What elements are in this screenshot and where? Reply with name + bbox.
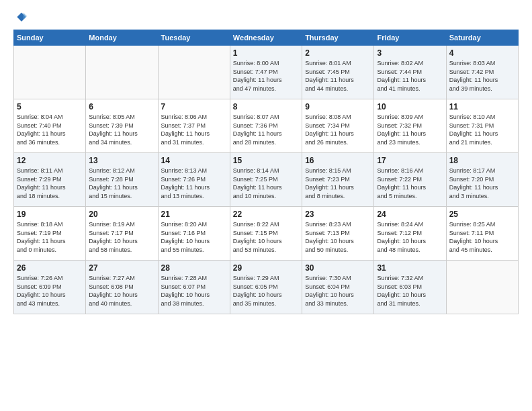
cell-line: Daylight: 10 hours <box>17 291 83 300</box>
day-number: 28 <box>161 263 227 273</box>
cell-line: and 45 minutes. <box>449 246 515 255</box>
day-number: 21 <box>161 210 227 219</box>
cell-line: and 58 minutes. <box>89 246 154 255</box>
cell-line: Sunrise: 8:13 AM <box>161 167 227 175</box>
calendar-cell: 31Sunrise: 7:32 AMSunset: 6:03 PMDayligh… <box>374 261 446 314</box>
calendar-cell: 15Sunrise: 8:14 AMSunset: 7:25 PMDayligh… <box>230 153 302 207</box>
cell-line: Daylight: 10 hours <box>449 237 515 246</box>
day-number: 6 <box>89 102 154 111</box>
cell-line: Sunset: 7:22 PM <box>377 175 443 184</box>
day-number: 1 <box>233 48 299 58</box>
header-day-saturday: Saturday <box>446 30 518 46</box>
day-number: 30 <box>305 263 371 273</box>
cell-line: Sunrise: 8:05 AM <box>89 113 154 122</box>
cell-line: Sunset: 7:17 PM <box>89 229 154 238</box>
calendar-cell: 4Sunrise: 8:03 AMSunset: 7:42 PMDaylight… <box>446 46 518 99</box>
calendar-cell: 26Sunrise: 7:26 AMSunset: 6:09 PMDayligh… <box>14 261 86 314</box>
cell-line: Daylight: 11 hours <box>305 130 371 138</box>
cell-line: Daylight: 11 hours <box>233 183 299 192</box>
page-container: SundayMondayTuesdayWednesdayThursdayFrid… <box>0 0 532 321</box>
cell-line: Daylight: 11 hours <box>17 237 83 246</box>
calendar-cell <box>86 46 158 99</box>
cell-line: and 55 minutes. <box>161 246 227 255</box>
calendar-cell: 17Sunrise: 8:16 AMSunset: 7:22 PMDayligh… <box>374 153 446 207</box>
day-number: 12 <box>17 156 83 165</box>
cell-line: Sunset: 7:19 PM <box>17 229 83 238</box>
header-day-tuesday: Tuesday <box>158 30 230 46</box>
cell-line: Sunset: 7:34 PM <box>305 122 371 130</box>
cell-line: Daylight: 10 hours <box>305 291 371 300</box>
cell-line: Daylight: 11 hours <box>17 130 83 138</box>
cell-line: and 31 minutes. <box>377 300 443 308</box>
day-number: 11 <box>449 102 515 111</box>
cell-line: Sunrise: 7:32 AM <box>377 274 443 283</box>
cell-line: Sunrise: 8:06 AM <box>161 113 227 122</box>
cell-line: Sunrise: 8:08 AM <box>305 113 371 122</box>
header <box>13 11 519 24</box>
cell-line: Sunrise: 8:18 AM <box>17 220 83 229</box>
cell-line: Sunrise: 8:01 AM <box>305 59 371 68</box>
day-number: 25 <box>449 210 515 219</box>
calendar-week-1: 1Sunrise: 8:00 AMSunset: 7:47 PMDaylight… <box>14 46 519 99</box>
calendar-week-5: 26Sunrise: 7:26 AMSunset: 6:09 PMDayligh… <box>14 261 519 314</box>
cell-line: Daylight: 10 hours <box>233 291 299 300</box>
cell-line: Sunset: 7:15 PM <box>233 229 299 238</box>
cell-line: Sunset: 7:39 PM <box>89 122 154 130</box>
cell-line: Daylight: 11 hours <box>449 76 515 85</box>
cell-line: and 48 minutes. <box>377 246 443 255</box>
cell-line: Sunset: 7:13 PM <box>305 229 371 238</box>
cell-line: Sunrise: 8:11 AM <box>17 167 83 175</box>
cell-line: and 8 minutes. <box>305 192 371 201</box>
logo <box>13 11 30 24</box>
day-number: 18 <box>449 156 515 165</box>
cell-line: Sunset: 6:05 PM <box>233 283 299 291</box>
cell-line: Sunset: 7:28 PM <box>89 175 154 184</box>
day-number: 29 <box>233 263 299 273</box>
day-number: 20 <box>89 210 154 219</box>
cell-line: Sunset: 7:26 PM <box>161 175 227 184</box>
day-number: 14 <box>161 156 227 165</box>
cell-line: and 26 minutes. <box>305 138 371 147</box>
header-day-monday: Monday <box>86 30 158 46</box>
cell-line: Daylight: 11 hours <box>377 130 443 138</box>
calendar-cell: 1Sunrise: 8:00 AMSunset: 7:47 PMDaylight… <box>230 46 302 99</box>
calendar-cell: 12Sunrise: 8:11 AMSunset: 7:29 PMDayligh… <box>14 153 86 207</box>
day-number: 24 <box>377 210 443 219</box>
calendar-header-row: SundayMondayTuesdayWednesdayThursdayFrid… <box>14 30 519 46</box>
day-number: 26 <box>17 263 83 273</box>
cell-line: Sunset: 7:29 PM <box>17 175 83 184</box>
cell-line: Daylight: 11 hours <box>305 76 371 85</box>
calendar-cell: 20Sunrise: 8:19 AMSunset: 7:17 PMDayligh… <box>86 207 158 261</box>
day-number: 3 <box>377 48 443 58</box>
calendar-cell: 2Sunrise: 8:01 AMSunset: 7:45 PMDaylight… <box>302 46 374 99</box>
calendar-cell: 19Sunrise: 8:18 AMSunset: 7:19 PMDayligh… <box>14 207 86 261</box>
cell-line: Sunset: 6:03 PM <box>377 283 443 291</box>
cell-line: Sunrise: 8:19 AM <box>89 220 154 229</box>
cell-line: and 38 minutes. <box>161 300 227 308</box>
cell-line: Sunset: 7:25 PM <box>233 175 299 184</box>
cell-line: Sunrise: 7:30 AM <box>305 274 371 283</box>
cell-line: and 15 minutes. <box>89 192 154 201</box>
calendar-cell <box>158 46 230 99</box>
day-number: 15 <box>233 156 299 165</box>
cell-line: Daylight: 10 hours <box>377 237 443 246</box>
calendar-cell: 21Sunrise: 8:20 AMSunset: 7:16 PMDayligh… <box>158 207 230 261</box>
cell-line: Sunrise: 8:03 AM <box>449 59 515 68</box>
cell-line: Daylight: 10 hours <box>377 291 443 300</box>
day-number: 2 <box>305 48 371 58</box>
cell-line: Sunset: 7:42 PM <box>449 68 515 77</box>
cell-line: Sunset: 7:32 PM <box>377 122 443 130</box>
cell-line: and 21 minutes. <box>449 138 515 147</box>
cell-line: and 0 minutes. <box>17 246 83 255</box>
cell-line: and 28 minutes. <box>233 138 299 147</box>
calendar-cell: 30Sunrise: 7:30 AMSunset: 6:04 PMDayligh… <box>302 261 374 314</box>
cell-line: Sunrise: 8:07 AM <box>233 113 299 122</box>
day-number: 22 <box>233 210 299 219</box>
logo-icon <box>13 11 27 24</box>
cell-line: Daylight: 11 hours <box>233 76 299 85</box>
cell-line: Sunrise: 8:12 AM <box>89 167 154 175</box>
cell-line: Sunset: 6:08 PM <box>89 283 154 291</box>
calendar-cell: 25Sunrise: 8:25 AMSunset: 7:11 PMDayligh… <box>446 207 518 261</box>
calendar-cell: 11Sunrise: 8:10 AMSunset: 7:31 PMDayligh… <box>446 99 518 153</box>
calendar-cell: 29Sunrise: 7:29 AMSunset: 6:05 PMDayligh… <box>230 261 302 314</box>
